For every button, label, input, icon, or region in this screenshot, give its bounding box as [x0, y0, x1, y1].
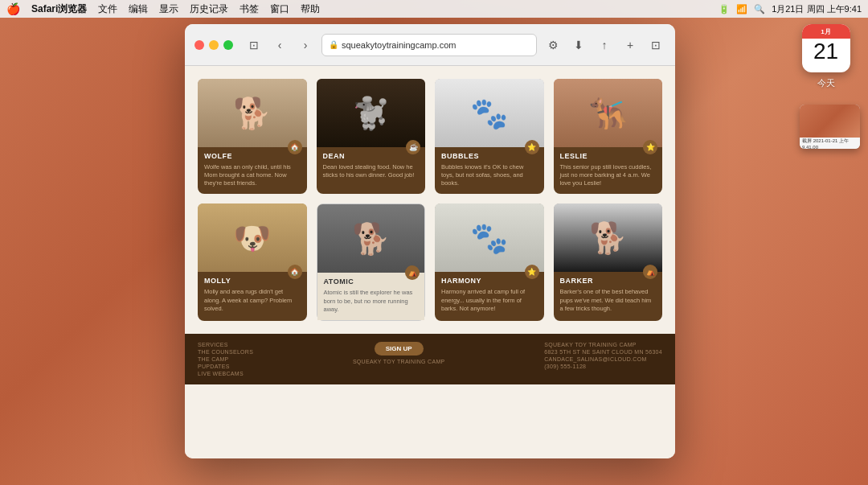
- dog-card-atomic: 🐕 ⛺ ATOMIC Atomic is still the explorer …: [317, 203, 426, 320]
- new-tab-button[interactable]: +: [620, 35, 640, 55]
- dog-photo-molly: 🐶: [198, 203, 307, 272]
- footer-nav: SERVICES THE COUNSELORS THE CAMP PUPDATE…: [198, 342, 253, 376]
- dog-card-body-harmony: ⭐ HARMONY Harmony arrived at camp full o…: [435, 272, 544, 319]
- dog-name-row-leslie: LESLIE: [560, 152, 657, 160]
- share-options-button[interactable]: ⚙: [543, 35, 563, 55]
- footer-right: SQUEAKY TOY TRAINING CAMP 6823 5TH ST NE…: [544, 342, 662, 369]
- dog-emoji-bubbles: 🐾: [470, 96, 508, 131]
- safari-toolbar: ⊡ ‹ › 🔒 squeakytoytrainingcamp.com ⚙ ⬇ ↑…: [185, 24, 675, 66]
- dog-card-harmony: 🐾 ⭐ HARMONY Harmony arrived at camp full…: [435, 203, 544, 320]
- footer-email: CANDACE_SALINAS@ICLOUD.COM: [544, 356, 662, 362]
- safari-window: ⊡ ‹ › 🔒 squeakytoytrainingcamp.com ⚙ ⬇ ↑…: [185, 24, 675, 458]
- dog-card-barker: 🐕 ⛺ BARKER Barker's one of the best beha…: [554, 203, 663, 320]
- footer-phone: (309) 555-1128: [544, 364, 662, 369]
- dog-desc-barker: Barker's one of the best behaved pups we…: [560, 288, 657, 312]
- desktop: 🍎 Safari浏览器 文件 编辑 显示 历史记录 书签 窗口 帮助 🔋 📶 🔍…: [0, 0, 868, 485]
- today-widget-area: 1月 21 今天: [800, 24, 852, 89]
- url-display: squeakytoytrainingcamp.com: [342, 40, 456, 50]
- dog-card-body-molly: 🏠 MOLLY Molly and area rugs didn't get a…: [198, 272, 307, 319]
- lock-icon: 🔒: [329, 40, 338, 49]
- dog-card-body-bubbles: ⭐ BUBBLES Bubbles knows it's OK to chew …: [435, 147, 544, 194]
- dog-emoji-harmony: 🐾: [470, 220, 508, 256]
- dog-card-body-leslie: ⭐ LESLIE This senior pup still loves cud…: [554, 147, 663, 194]
- dog-emoji-molly: 🐶: [233, 220, 271, 256]
- dog-badge-dean: ☕: [406, 140, 420, 154]
- dog-name-harmony: HARMONY: [441, 277, 481, 285]
- dog-emoji-atomic: 🐕: [352, 221, 390, 257]
- dog-name-row-harmony: HARMONY: [441, 277, 538, 285]
- dog-photo-barker: 🐕: [554, 203, 663, 272]
- dog-desc-bubbles: Bubbles knows it's OK to chew toys, but …: [441, 163, 538, 187]
- download-button[interactable]: ⬇: [569, 35, 588, 55]
- minimize-button[interactable]: [209, 40, 219, 50]
- dog-emoji-dean: 🐩: [352, 96, 390, 131]
- dog-name-row-bubbles: BUBBLES: [441, 152, 538, 160]
- dog-emoji-wolfe: 🐕: [233, 96, 271, 131]
- close-button[interactable]: [194, 40, 204, 50]
- footer-nav-counselors[interactable]: THE COUNSELORS: [198, 349, 253, 355]
- apple-menu[interactable]: 🍎: [6, 2, 20, 15]
- menubar-help[interactable]: 帮助: [296, 2, 325, 16]
- menubar-right: 🔋 📶 🔍 1月21日 周四 上午9:41: [719, 3, 862, 15]
- back-button[interactable]: ‹: [270, 35, 289, 55]
- dog-badge-bubbles: ⭐: [525, 140, 539, 154]
- dog-card-body-dean: ☕ DEAN Dean loved stealing food. Now he …: [317, 147, 426, 186]
- dog-card-leslie: 🐕‍🦺 ⭐ LESLIE This senior pup still loves…: [554, 79, 663, 194]
- dog-card-dean: 🐩 ☕ DEAN Dean loved stealing food. Now h…: [317, 79, 426, 194]
- menubar-window[interactable]: 窗口: [265, 2, 294, 16]
- dog-desc-atomic: Atomic is still the explorer he was born…: [324, 289, 419, 313]
- dog-name-row-molly: MOLLY: [204, 277, 301, 285]
- calendar-day: 21: [813, 40, 838, 63]
- dog-desc-leslie: This senior pup still loves cuddles, jus…: [560, 163, 657, 187]
- calendar-widget[interactable]: 1月 21: [802, 24, 850, 72]
- footer-nav-webcams[interactable]: LIVE WEBCAMS: [198, 371, 253, 376]
- forward-button[interactable]: ›: [296, 35, 315, 55]
- screenshot-label: 截屏 2021-01-21 上午 9.41.00: [800, 138, 860, 149]
- menubar-edit[interactable]: 编辑: [124, 2, 153, 16]
- dogs-grid: 🐕 🏠 WOLFE Wolfe was an only child, until…: [185, 66, 675, 334]
- menubar-file[interactable]: 文件: [93, 2, 122, 16]
- traffic-lights: [194, 40, 233, 50]
- dog-card-body-atomic: ⛺ ATOMIC Atomic is still the explorer he…: [317, 273, 425, 319]
- menubar-history[interactable]: 历史记录: [185, 2, 233, 16]
- maximize-button[interactable]: [223, 40, 233, 50]
- screenshot-preview: [800, 105, 860, 138]
- dog-name-barker: BARKER: [560, 277, 594, 285]
- dog-desc-harmony: Harmony arrived at camp full of energy..…: [441, 288, 538, 312]
- footer-nav-camp[interactable]: THE CAMP: [198, 356, 253, 362]
- tab-overview-button[interactable]: ⊡: [646, 35, 665, 55]
- dog-name-dean: DEAN: [323, 152, 346, 160]
- website-footer: SERVICES THE COUNSELORS THE CAMP PUPDATE…: [185, 334, 675, 384]
- calendar-month: 1月: [821, 27, 830, 36]
- dog-name-wolfe: WOLFE: [204, 152, 232, 160]
- dog-card-body-wolfe: 🏠 WOLFE Wolfe was an only child, until h…: [198, 147, 307, 194]
- dog-badge-wolfe: 🏠: [288, 140, 302, 154]
- search-icon[interactable]: 🔍: [754, 4, 765, 14]
- dog-card-wolfe: 🐕 🏠 WOLFE Wolfe was an only child, until…: [198, 79, 307, 194]
- address-bar[interactable]: 🔒 squeakytoytrainingcamp.com: [321, 34, 537, 56]
- footer-address-name: SQUEAKY TOY TRAINING CAMP: [544, 342, 662, 347]
- footer-nav-services[interactable]: SERVICES: [198, 342, 253, 347]
- dog-emoji-leslie: 🐕‍🦺: [589, 96, 627, 131]
- dog-photo-leslie: 🐕‍🦺: [554, 79, 663, 147]
- calendar-header: 1月: [802, 24, 850, 39]
- menubar-view[interactable]: 显示: [154, 2, 183, 16]
- dog-photo-atomic: 🐕: [317, 204, 425, 273]
- signup-button[interactable]: SIGN UP: [375, 342, 424, 356]
- menubar-bookmarks[interactable]: 书签: [235, 2, 264, 16]
- menubar-safari[interactable]: Safari浏览器: [27, 2, 92, 16]
- dog-name-leslie: LESLIE: [560, 152, 588, 160]
- sidebar-toggle-button[interactable]: ⊡: [244, 35, 264, 55]
- footer-nav-pupdates[interactable]: PUPDATES: [198, 364, 253, 369]
- dog-desc-wolfe: Wolfe was an only child, until his Mom b…: [204, 163, 301, 187]
- today-label: 今天: [817, 77, 835, 89]
- share-button[interactable]: ↑: [595, 35, 614, 55]
- dog-name-bubbles: BUBBLES: [441, 152, 479, 160]
- menubar: 🍎 Safari浏览器 文件 编辑 显示 历史记录 书签 窗口 帮助 🔋 📶 🔍…: [0, 0, 868, 18]
- screenshot-widget[interactable]: 截屏 2021-01-21 上午 9.41.00: [800, 105, 860, 149]
- dog-badge-molly: 🏠: [288, 265, 302, 279]
- dog-name-molly: MOLLY: [204, 277, 231, 285]
- dog-name-row-dean: DEAN: [323, 152, 420, 160]
- dog-photo-harmony: 🐾: [435, 203, 544, 272]
- dog-card-molly: 🐶 🏠 MOLLY Molly and area rugs didn't get…: [198, 203, 307, 320]
